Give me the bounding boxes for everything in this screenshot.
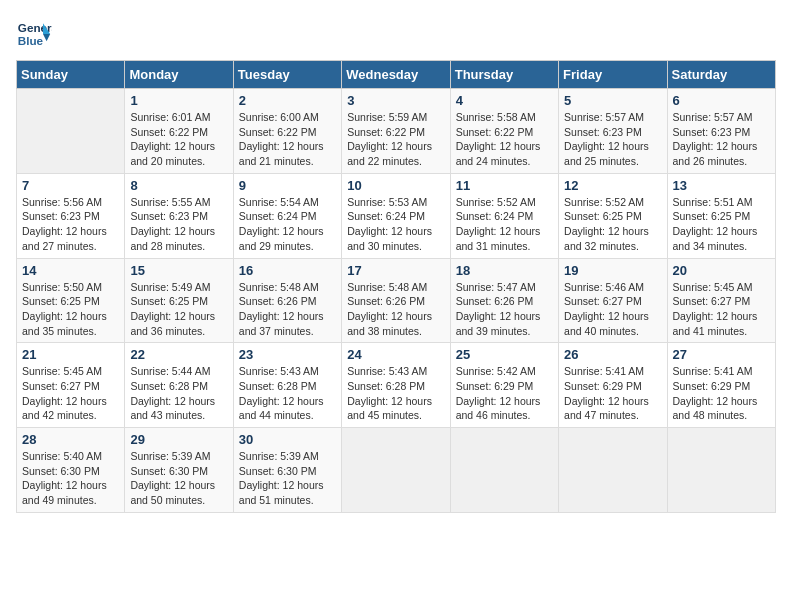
day-number: 4 bbox=[456, 93, 553, 108]
day-info: Sunrise: 6:00 AM Sunset: 6:22 PM Dayligh… bbox=[239, 110, 336, 169]
calendar-cell: 12Sunrise: 5:52 AM Sunset: 6:25 PM Dayli… bbox=[559, 173, 667, 258]
calendar-cell: 8Sunrise: 5:55 AM Sunset: 6:23 PM Daylig… bbox=[125, 173, 233, 258]
day-info: Sunrise: 5:51 AM Sunset: 6:25 PM Dayligh… bbox=[673, 195, 770, 254]
day-info: Sunrise: 5:42 AM Sunset: 6:29 PM Dayligh… bbox=[456, 364, 553, 423]
day-info: Sunrise: 5:45 AM Sunset: 6:27 PM Dayligh… bbox=[22, 364, 119, 423]
day-info: Sunrise: 5:44 AM Sunset: 6:28 PM Dayligh… bbox=[130, 364, 227, 423]
day-info: Sunrise: 5:46 AM Sunset: 6:27 PM Dayligh… bbox=[564, 280, 661, 339]
calendar-cell: 10Sunrise: 5:53 AM Sunset: 6:24 PM Dayli… bbox=[342, 173, 450, 258]
calendar-cell: 6Sunrise: 5:57 AM Sunset: 6:23 PM Daylig… bbox=[667, 89, 775, 174]
day-number: 23 bbox=[239, 347, 336, 362]
day-of-week-header: Wednesday bbox=[342, 61, 450, 89]
calendar-cell: 21Sunrise: 5:45 AM Sunset: 6:27 PM Dayli… bbox=[17, 343, 125, 428]
day-number: 19 bbox=[564, 263, 661, 278]
calendar-cell: 4Sunrise: 5:58 AM Sunset: 6:22 PM Daylig… bbox=[450, 89, 558, 174]
day-number: 27 bbox=[673, 347, 770, 362]
day-number: 24 bbox=[347, 347, 444, 362]
day-of-week-header: Thursday bbox=[450, 61, 558, 89]
calendar-week-row: 7Sunrise: 5:56 AM Sunset: 6:23 PM Daylig… bbox=[17, 173, 776, 258]
header-row: SundayMondayTuesdayWednesdayThursdayFrid… bbox=[17, 61, 776, 89]
calendar-week-row: 28Sunrise: 5:40 AM Sunset: 6:30 PM Dayli… bbox=[17, 428, 776, 513]
calendar-cell: 22Sunrise: 5:44 AM Sunset: 6:28 PM Dayli… bbox=[125, 343, 233, 428]
day-number: 15 bbox=[130, 263, 227, 278]
calendar-cell: 13Sunrise: 5:51 AM Sunset: 6:25 PM Dayli… bbox=[667, 173, 775, 258]
day-info: Sunrise: 5:41 AM Sunset: 6:29 PM Dayligh… bbox=[673, 364, 770, 423]
day-number: 30 bbox=[239, 432, 336, 447]
day-number: 26 bbox=[564, 347, 661, 362]
calendar-cell: 18Sunrise: 5:47 AM Sunset: 6:26 PM Dayli… bbox=[450, 258, 558, 343]
day-info: Sunrise: 5:56 AM Sunset: 6:23 PM Dayligh… bbox=[22, 195, 119, 254]
page-header: General Blue bbox=[16, 16, 776, 52]
day-number: 2 bbox=[239, 93, 336, 108]
day-info: Sunrise: 5:55 AM Sunset: 6:23 PM Dayligh… bbox=[130, 195, 227, 254]
day-info: Sunrise: 5:39 AM Sunset: 6:30 PM Dayligh… bbox=[130, 449, 227, 508]
day-number: 5 bbox=[564, 93, 661, 108]
day-info: Sunrise: 6:01 AM Sunset: 6:22 PM Dayligh… bbox=[130, 110, 227, 169]
day-number: 10 bbox=[347, 178, 444, 193]
calendar-week-row: 14Sunrise: 5:50 AM Sunset: 6:25 PM Dayli… bbox=[17, 258, 776, 343]
day-info: Sunrise: 5:53 AM Sunset: 6:24 PM Dayligh… bbox=[347, 195, 444, 254]
day-info: Sunrise: 5:54 AM Sunset: 6:24 PM Dayligh… bbox=[239, 195, 336, 254]
day-info: Sunrise: 5:48 AM Sunset: 6:26 PM Dayligh… bbox=[347, 280, 444, 339]
day-of-week-header: Friday bbox=[559, 61, 667, 89]
calendar-cell: 29Sunrise: 5:39 AM Sunset: 6:30 PM Dayli… bbox=[125, 428, 233, 513]
day-info: Sunrise: 5:52 AM Sunset: 6:25 PM Dayligh… bbox=[564, 195, 661, 254]
day-number: 16 bbox=[239, 263, 336, 278]
day-info: Sunrise: 5:47 AM Sunset: 6:26 PM Dayligh… bbox=[456, 280, 553, 339]
day-number: 3 bbox=[347, 93, 444, 108]
calendar-cell: 7Sunrise: 5:56 AM Sunset: 6:23 PM Daylig… bbox=[17, 173, 125, 258]
svg-marker-3 bbox=[43, 34, 50, 41]
calendar-cell: 3Sunrise: 5:59 AM Sunset: 6:22 PM Daylig… bbox=[342, 89, 450, 174]
day-info: Sunrise: 5:52 AM Sunset: 6:24 PM Dayligh… bbox=[456, 195, 553, 254]
svg-text:Blue: Blue bbox=[18, 34, 44, 47]
day-info: Sunrise: 5:59 AM Sunset: 6:22 PM Dayligh… bbox=[347, 110, 444, 169]
calendar-cell bbox=[450, 428, 558, 513]
day-info: Sunrise: 5:58 AM Sunset: 6:22 PM Dayligh… bbox=[456, 110, 553, 169]
calendar-cell: 24Sunrise: 5:43 AM Sunset: 6:28 PM Dayli… bbox=[342, 343, 450, 428]
calendar-week-row: 21Sunrise: 5:45 AM Sunset: 6:27 PM Dayli… bbox=[17, 343, 776, 428]
day-number: 7 bbox=[22, 178, 119, 193]
calendar-cell: 28Sunrise: 5:40 AM Sunset: 6:30 PM Dayli… bbox=[17, 428, 125, 513]
calendar-cell: 2Sunrise: 6:00 AM Sunset: 6:22 PM Daylig… bbox=[233, 89, 341, 174]
day-number: 18 bbox=[456, 263, 553, 278]
day-info: Sunrise: 5:50 AM Sunset: 6:25 PM Dayligh… bbox=[22, 280, 119, 339]
calendar-cell: 5Sunrise: 5:57 AM Sunset: 6:23 PM Daylig… bbox=[559, 89, 667, 174]
calendar-cell: 20Sunrise: 5:45 AM Sunset: 6:27 PM Dayli… bbox=[667, 258, 775, 343]
day-number: 28 bbox=[22, 432, 119, 447]
calendar-cell: 9Sunrise: 5:54 AM Sunset: 6:24 PM Daylig… bbox=[233, 173, 341, 258]
day-number: 25 bbox=[456, 347, 553, 362]
logo: General Blue bbox=[16, 16, 52, 52]
calendar-cell: 27Sunrise: 5:41 AM Sunset: 6:29 PM Dayli… bbox=[667, 343, 775, 428]
calendar-cell: 17Sunrise: 5:48 AM Sunset: 6:26 PM Dayli… bbox=[342, 258, 450, 343]
day-number: 22 bbox=[130, 347, 227, 362]
day-number: 21 bbox=[22, 347, 119, 362]
calendar-cell bbox=[559, 428, 667, 513]
day-number: 14 bbox=[22, 263, 119, 278]
day-info: Sunrise: 5:40 AM Sunset: 6:30 PM Dayligh… bbox=[22, 449, 119, 508]
calendar-cell: 26Sunrise: 5:41 AM Sunset: 6:29 PM Dayli… bbox=[559, 343, 667, 428]
day-info: Sunrise: 5:39 AM Sunset: 6:30 PM Dayligh… bbox=[239, 449, 336, 508]
day-of-week-header: Saturday bbox=[667, 61, 775, 89]
calendar-cell: 25Sunrise: 5:42 AM Sunset: 6:29 PM Dayli… bbox=[450, 343, 558, 428]
day-number: 17 bbox=[347, 263, 444, 278]
day-info: Sunrise: 5:49 AM Sunset: 6:25 PM Dayligh… bbox=[130, 280, 227, 339]
day-of-week-header: Tuesday bbox=[233, 61, 341, 89]
day-of-week-header: Monday bbox=[125, 61, 233, 89]
day-info: Sunrise: 5:43 AM Sunset: 6:28 PM Dayligh… bbox=[239, 364, 336, 423]
calendar-cell bbox=[342, 428, 450, 513]
day-number: 20 bbox=[673, 263, 770, 278]
calendar-cell: 30Sunrise: 5:39 AM Sunset: 6:30 PM Dayli… bbox=[233, 428, 341, 513]
day-number: 9 bbox=[239, 178, 336, 193]
calendar-cell: 15Sunrise: 5:49 AM Sunset: 6:25 PM Dayli… bbox=[125, 258, 233, 343]
calendar-cell: 1Sunrise: 6:01 AM Sunset: 6:22 PM Daylig… bbox=[125, 89, 233, 174]
calendar-cell: 11Sunrise: 5:52 AM Sunset: 6:24 PM Dayli… bbox=[450, 173, 558, 258]
calendar-cell: 23Sunrise: 5:43 AM Sunset: 6:28 PM Dayli… bbox=[233, 343, 341, 428]
day-number: 6 bbox=[673, 93, 770, 108]
calendar-cell bbox=[667, 428, 775, 513]
day-info: Sunrise: 5:43 AM Sunset: 6:28 PM Dayligh… bbox=[347, 364, 444, 423]
day-info: Sunrise: 5:57 AM Sunset: 6:23 PM Dayligh… bbox=[564, 110, 661, 169]
calendar-table: SundayMondayTuesdayWednesdayThursdayFrid… bbox=[16, 60, 776, 513]
calendar-cell: 14Sunrise: 5:50 AM Sunset: 6:25 PM Dayli… bbox=[17, 258, 125, 343]
calendar-cell bbox=[17, 89, 125, 174]
day-number: 12 bbox=[564, 178, 661, 193]
